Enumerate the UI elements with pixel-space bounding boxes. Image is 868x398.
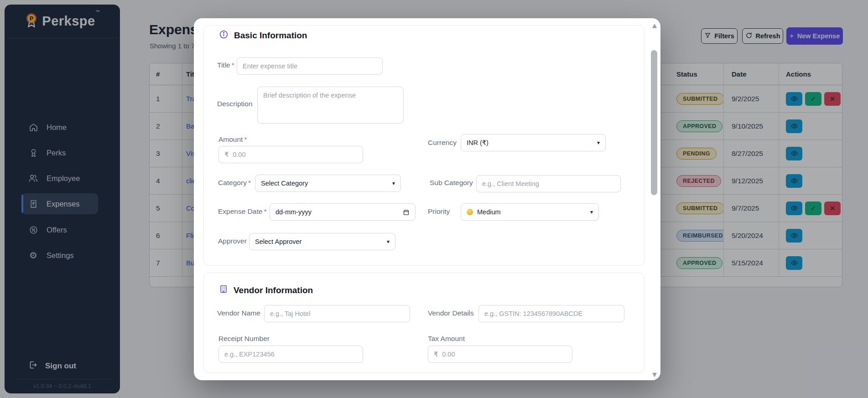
category-label: Category* — [218, 178, 251, 188]
scroll-down-arrow-icon[interactable]: ▼ — [649, 371, 660, 378]
currency-select[interactable]: INR (₹) ▾ — [461, 134, 606, 151]
title-label: Title* — [217, 60, 234, 70]
priority-select[interactable]: Medium ▾ — [461, 203, 599, 221]
calendar-icon — [403, 209, 410, 216]
receipt-number-label: Receipt Number — [218, 334, 270, 344]
expense-date-value: dd-mm-yyyy — [275, 208, 312, 216]
description-textarea[interactable] — [257, 87, 404, 124]
tax-amount-input[interactable]: ₹ 0.00 — [428, 346, 572, 363]
basic-information-section: Basic Information Title* Description Amo… — [203, 25, 645, 266]
category-select[interactable]: Select Category ▾ — [255, 175, 401, 192]
building-icon — [219, 284, 228, 296]
sub-category-label: Sub Category — [430, 178, 473, 188]
tax-placeholder: 0.00 — [442, 351, 455, 358]
expense-date-label: Expense Date* — [218, 207, 266, 217]
vendor-name-input[interactable] — [264, 305, 410, 322]
section-heading: Vendor Information — [234, 285, 313, 295]
section-heading: Basic Information — [234, 31, 307, 41]
scroll-up-arrow-icon[interactable]: ▲ — [649, 22, 660, 29]
amount-placeholder: 0.00 — [233, 151, 245, 158]
category-value: Select Category — [261, 180, 308, 187]
vendor-details-label: Vendor Details — [428, 308, 474, 318]
approver-value: Select Approver — [255, 238, 301, 245]
rupee-prefix: ₹ — [224, 151, 229, 158]
approver-label: Approver — [218, 236, 247, 246]
dialog-scrollbar-thumb[interactable] — [651, 50, 657, 195]
approver-select[interactable]: Select Approver ▾ — [249, 233, 395, 250]
title-input[interactable] — [237, 57, 383, 75]
chevron-down-icon: ▾ — [392, 180, 395, 186]
receipt-number-input[interactable] — [218, 346, 363, 363]
currency-label: Currency — [428, 138, 457, 148]
priority-label: Priority — [428, 207, 450, 217]
priority-value: Medium — [477, 208, 501, 216]
tax-amount-label: Tax Amount — [428, 334, 465, 344]
amount-input[interactable]: ₹ 0.00 — [218, 146, 363, 163]
new-expense-dialog: Basic Information Title* Description Amo… — [194, 18, 660, 380]
currency-value: INR (₹) — [467, 139, 489, 146]
chevron-down-icon: ▾ — [597, 140, 600, 146]
chevron-down-icon: ▾ — [590, 209, 593, 215]
sub-category-input[interactable] — [476, 175, 621, 192]
info-icon — [219, 30, 229, 41]
description-label: Description — [217, 99, 253, 109]
chevron-down-icon: ▾ — [387, 238, 390, 245]
rupee-prefix: ₹ — [434, 351, 438, 358]
amount-label: Amount* — [218, 134, 247, 145]
vendor-details-input[interactable] — [478, 305, 624, 322]
vendor-name-label: Vendor Name — [217, 308, 260, 318]
vendor-information-section: Vendor Information Vendor Name Vendor De… — [203, 273, 645, 373]
app-window: P Perkspe™ Home Perks Employee — [0, 0, 868, 398]
priority-medium-dot-icon — [467, 209, 473, 215]
expense-date-input[interactable]: dd-mm-yyyy — [270, 203, 416, 221]
